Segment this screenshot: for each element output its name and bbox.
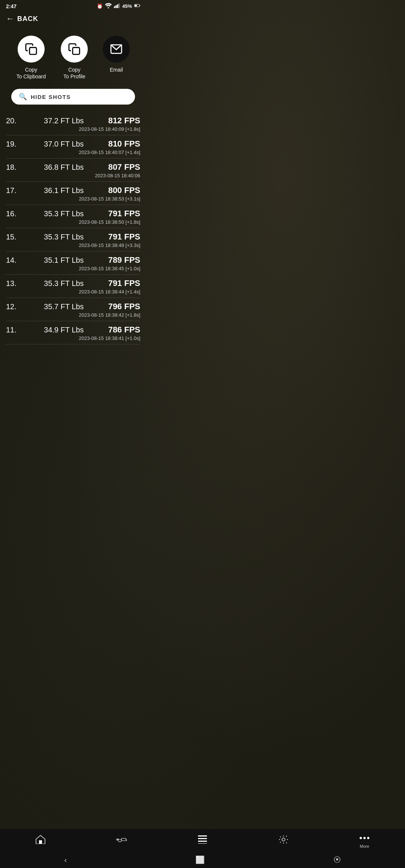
shot-energy: 37.0 FT Lbs [20, 140, 108, 148]
shot-row[interactable]: 12. 35.7 FT Lbs 796 FPS 2023-08-15 18:38… [6, 298, 140, 321]
shot-row[interactable]: 14. 35.1 FT Lbs 789 FPS 2023-08-15 18:38… [6, 251, 140, 275]
battery-icon [134, 3, 140, 9]
back-arrow-icon: ← [6, 14, 14, 24]
svg-point-0 [108, 7, 109, 8]
copy-clipboard-circle [18, 36, 45, 63]
copy-profile-label: CopyTo Profile [63, 66, 85, 80]
shot-row[interactable]: 13. 35.3 FT Lbs 791 FPS 2023-08-15 18:38… [6, 275, 140, 298]
shot-row[interactable]: 20. 37.2 FT Lbs 812 FPS 2023-08-15 18:40… [6, 112, 140, 135]
shot-number: 11. [6, 326, 20, 334]
status-bar: 2:47 ⏰ 45% [0, 0, 146, 11]
svg-rect-3 [117, 4, 118, 8]
shot-list: 20. 37.2 FT Lbs 812 FPS 2023-08-15 18:40… [0, 112, 146, 344]
shot-number: 19. [6, 140, 20, 148]
shot-row[interactable]: 16. 35.3 FT Lbs 791 FPS 2023-08-15 18:38… [6, 205, 140, 228]
shot-row[interactable]: 19. 37.0 FT Lbs 810 FPS 2023-08-15 18:40… [6, 135, 140, 159]
svg-rect-2 [116, 5, 117, 8]
shot-energy: 34.9 FT Lbs [20, 326, 108, 334]
shot-fps: 812 FPS [108, 116, 140, 126]
shot-fps: 796 FPS [108, 302, 140, 311]
shot-row[interactable]: 15. 35.3 FT Lbs 791 FPS 2023-08-15 18:38… [6, 228, 140, 251]
shot-number: 18. [6, 163, 20, 172]
shot-timestamp: 2023-08-15 18:40:07 [+1.4s] [6, 150, 140, 155]
shot-number: 16. [6, 210, 20, 218]
shot-number: 13. [6, 279, 20, 288]
shot-fps: 789 FPS [108, 255, 140, 265]
shot-timestamp: 2023-08-15 18:38:45 [+1.0s] [6, 266, 140, 271]
shot-timestamp: 2023-08-15 18:38:48 [+3.3s] [6, 242, 140, 248]
email-circle [103, 36, 130, 63]
shot-row[interactable]: 11. 34.9 FT Lbs 786 FPS 2023-08-15 18:38… [6, 321, 140, 344]
shot-energy: 35.3 FT Lbs [20, 233, 108, 241]
wifi-icon [105, 3, 112, 9]
shot-fps: 786 FPS [108, 325, 140, 335]
hide-shots-button[interactable]: 🔍 HIDE SHOTS [11, 89, 135, 105]
copy-clipboard-label: CopyTo Clipboard [16, 66, 46, 80]
copy-profile-button[interactable]: CopyTo Profile [61, 36, 88, 80]
shot-energy: 36.8 FT Lbs [20, 163, 108, 172]
svg-rect-9 [73, 48, 80, 54]
shot-number: 17. [6, 186, 20, 195]
email-label: Email [110, 66, 123, 73]
svg-rect-1 [114, 6, 115, 8]
status-right: ⏰ 45% [97, 3, 140, 9]
shot-energy: 35.3 FT Lbs [20, 210, 108, 218]
shot-number: 12. [6, 302, 20, 311]
svg-rect-4 [118, 3, 120, 8]
back-label: BACK [17, 15, 38, 23]
shot-timestamp: 2023-08-15 18:40:09 [+1.8s] [6, 126, 140, 132]
shot-number: 14. [6, 256, 20, 265]
shot-fps: 791 FPS [108, 278, 140, 288]
shot-energy: 36.1 FT Lbs [20, 186, 108, 195]
shot-energy: 35.3 FT Lbs [20, 279, 108, 288]
shot-timestamp: 2023-08-15 18:40:06 [6, 173, 140, 178]
shot-number: 20. [6, 117, 20, 125]
shot-fps: 807 FPS [108, 162, 140, 172]
shot-fps: 800 FPS [108, 186, 140, 195]
svg-rect-6 [140, 5, 140, 6]
actions-row: CopyTo Clipboard CopyTo Profile Email [0, 28, 146, 89]
shot-timestamp: 2023-08-15 18:38:41 [+1.0s] [6, 335, 140, 341]
shot-energy: 35.7 FT Lbs [20, 302, 108, 311]
shot-number: 15. [6, 233, 20, 241]
hide-shots-label: HIDE SHOTS [31, 94, 71, 100]
back-button[interactable]: ← BACK [0, 11, 146, 28]
signal-icon [114, 3, 120, 9]
shot-fps: 791 FPS [108, 209, 140, 218]
shot-timestamp: 2023-08-15 18:38:42 [+1.8s] [6, 312, 140, 318]
shot-fps: 791 FPS [108, 232, 140, 242]
search-icon: 🔍 [19, 93, 27, 101]
email-button[interactable]: Email [103, 36, 130, 80]
shot-energy: 37.2 FT Lbs [20, 117, 108, 125]
shot-timestamp: 2023-08-15 18:38:53 [+3.1s] [6, 196, 140, 202]
alarm-icon: ⏰ [97, 3, 103, 9]
shot-row[interactable]: 18. 36.8 FT Lbs 807 FPS 2023-08-15 18:40… [6, 159, 140, 182]
copy-clipboard-button[interactable]: CopyTo Clipboard [16, 36, 46, 80]
shot-energy: 35.1 FT Lbs [20, 256, 108, 265]
shot-row[interactable]: 17. 36.1 FT Lbs 800 FPS 2023-08-15 18:38… [6, 182, 140, 205]
copy-profile-circle [61, 36, 88, 63]
svg-rect-7 [135, 5, 137, 7]
shot-timestamp: 2023-08-15 18:38:50 [+1.8s] [6, 219, 140, 225]
status-time: 2:47 [6, 3, 16, 9]
svg-rect-8 [30, 48, 36, 54]
shot-timestamp: 2023-08-15 18:38:44 [+1.4s] [6, 289, 140, 295]
battery-level: 45% [122, 3, 132, 9]
shot-fps: 810 FPS [108, 139, 140, 149]
